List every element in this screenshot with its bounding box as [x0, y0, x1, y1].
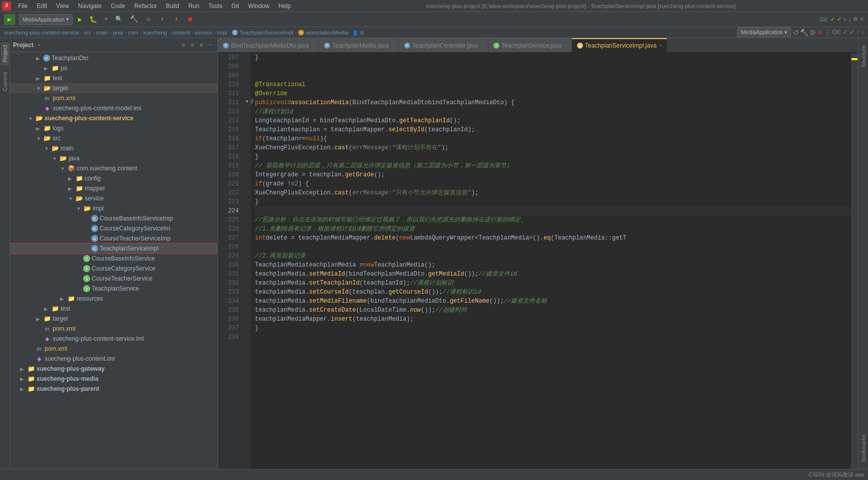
breadcrumb-class[interactable]: C TeachplanServiceImpl [232, 30, 294, 36]
sidebar-tab-bookmarks[interactable]: Bookmarks [859, 431, 867, 465]
more-icon[interactable]: ⋮ [824, 29, 831, 37]
build-icon2[interactable]: 🔨 [800, 29, 808, 37]
tree-item-courseteacher[interactable]: C CourseTeacherServiceImp [10, 233, 217, 244]
breadcrumb-main[interactable]: main [96, 30, 108, 36]
tree-item-pom1[interactable]: m pom.xml [10, 93, 217, 103]
tab-close-impl[interactable]: × [660, 43, 663, 49]
gutter-at-212[interactable]: @ [249, 98, 255, 104]
tree-item-coursecategory[interactable]: C CourseCategoryServiceIm [10, 223, 217, 233]
tree-item-parent[interactable]: ▶ 📁 xuecheng-plus-parent [10, 384, 217, 394]
tree-item-test1[interactable]: ▶ 📁 test [10, 73, 217, 83]
tree-item-coursebaseservice[interactable]: I CourseBaseInfoService [10, 254, 217, 264]
menu-code[interactable]: Code [107, 2, 129, 11]
tree-item-logs[interactable]: ▶ 📁 logs [10, 123, 217, 133]
run-play-button[interactable]: ▶ [75, 14, 86, 25]
tree-item-iml2[interactable]: ◆ xuecheng-plus-content-service.iml [10, 334, 217, 344]
tree-item-test2[interactable]: ▶ 📁 test [10, 304, 217, 314]
error-icon[interactable]: ✕ [817, 29, 823, 37]
breadcrumb-com[interactable]: com [128, 30, 138, 36]
menu-view[interactable]: View [52, 2, 73, 11]
tree-item-resources[interactable]: ▶ 📁 resources [10, 294, 217, 304]
tree-item-target1[interactable]: ▼ 📂 target [10, 83, 217, 93]
tab-close-controller[interactable]: × [481, 43, 484, 48]
tree-item-po[interactable]: ▶ 📁 po [10, 63, 217, 73]
tab-close-bind[interactable]: × [312, 43, 315, 48]
settings-icon[interactable]: ⚙ [809, 29, 816, 37]
tree-item-iml1[interactable]: ◆ xuecheng-plus-content-model.iml [10, 103, 217, 113]
tree-item-mapper[interactable]: ▶ 📁 mapper [10, 183, 217, 193]
sidebar-tab-project[interactable]: Project [1, 42, 9, 65]
git-check2-icon[interactable]: ✓ [837, 16, 841, 23]
tree-item-iml3[interactable]: ◆ xuecheng-plus-content.iml [10, 354, 217, 364]
run-button[interactable]: ▶ [4, 14, 15, 25]
breadcrumb-java[interactable]: java [113, 30, 123, 36]
refresh-icon[interactable]: ↺ [143, 14, 154, 25]
run-config-dropdown[interactable]: MediaApplication ▾ [19, 14, 73, 25]
profile-button[interactable]: 🔍 [114, 14, 125, 25]
panel-dropdown-icon[interactable]: ▾ [38, 42, 41, 48]
tree-item-coursecategoryservice[interactable]: I CourseCategoryService [10, 264, 217, 274]
media-application-dropdown[interactable]: MediaApplication ▾ [737, 27, 791, 38]
menu-refactor[interactable]: Refactor [130, 2, 161, 11]
menu-tools[interactable]: Tools [204, 2, 226, 11]
breadcrumb-service2[interactable]: service [195, 30, 212, 36]
sync-icon[interactable]: ↺ [793, 29, 799, 37]
breadcrumb-impl[interactable]: impl [217, 30, 227, 36]
tree-item-java[interactable]: ▼ 📂 java [10, 153, 217, 163]
tree-item-impl[interactable]: ▼ 📂 impl [10, 203, 217, 213]
filter-icon[interactable]: ⚙ [197, 41, 205, 49]
breadcrumb-xuecheng[interactable]: xuecheng [143, 30, 167, 36]
tab-teachplanmedia[interactable]: C TeachplanMedia.java × [319, 38, 399, 52]
tab-close-media[interactable]: × [392, 43, 395, 48]
git-icon2[interactable]: Git: ✓ ✓ ↑ ↓ [832, 29, 864, 37]
tree-item-gateway[interactable]: ▶ 📁 xuecheng-plus-gateway [10, 364, 217, 374]
download-icon[interactable]: ⬇ [171, 14, 182, 25]
tree-item-teachplanserviceimpl[interactable]: C TeachplanServiceImpl [10, 244, 217, 254]
coverage-button[interactable]: ☂ [101, 14, 112, 25]
tree-item-coursebase[interactable]: C CourseBaseInfoServiceImp [10, 213, 217, 223]
tree-item-pom2[interactable]: m pom.xml [10, 324, 217, 334]
git-down-icon[interactable]: ↓ [848, 17, 851, 23]
tree-item-courseteacherservice[interactable]: I CourseTeacherService [10, 274, 217, 284]
locate-icon[interactable]: ⊙ [179, 41, 187, 49]
tree-item-package[interactable]: ▼ 📦 com.xuecheng.content [10, 163, 217, 173]
menu-help[interactable]: Help [274, 2, 295, 11]
tree-item-config[interactable]: ▶ 📁 config [10, 173, 217, 183]
menu-window[interactable]: Window [244, 2, 273, 11]
tab-teachplanservice[interactable]: I TeachplanService.java × [488, 38, 572, 52]
tree-item-service[interactable]: ▼ 📂 service [10, 193, 217, 203]
update-icon[interactable]: ⬆ [157, 14, 168, 25]
hide-icon[interactable]: − [206, 41, 214, 49]
git-up-icon[interactable]: ↑ [843, 17, 846, 23]
menu-git[interactable]: Git [227, 2, 243, 11]
menu-file[interactable]: File [14, 2, 32, 11]
breadcrumb-icons[interactable]: 👤 ⚙ [352, 30, 364, 36]
tree-item-media[interactable]: ▶ 📁 xuecheng-plus-media [10, 374, 217, 384]
code-content[interactable]: } @Transactional @Override public void a… [251, 53, 851, 469]
menu-navigate[interactable]: Navigate [74, 2, 106, 11]
breadcrumb-service[interactable]: xuecheng-plus-content-service [4, 30, 79, 36]
menu-edit[interactable]: Edit [33, 2, 51, 11]
tree-item-pom3[interactable]: m pom.xml [10, 344, 217, 354]
breadcrumb-method[interactable]: m associationMedia [298, 30, 348, 36]
tree-item-main[interactable]: ▼ 📂 main [10, 143, 217, 153]
sidebar-tab-commit[interactable]: Commit [1, 69, 9, 94]
collapse-icon[interactable]: ≡ [188, 41, 196, 49]
git-check1-icon[interactable]: ✓ [830, 16, 835, 23]
sidebar-tab-structure[interactable]: Structure [859, 42, 867, 71]
tree-item-teachplandto[interactable]: ▶ C TeachplanDto [10, 53, 217, 63]
tab-teachplancontroller[interactable]: C TeachplanController.java × [399, 38, 488, 52]
tab-close-service[interactable]: × [564, 43, 567, 48]
breadcrumb-content[interactable]: content [172, 30, 190, 36]
tab-bindteachplanmediadto[interactable]: C BindTeachplanMediaDto.java × [218, 38, 319, 52]
tree-item-src[interactable]: ▼ 📂 src [10, 133, 217, 143]
breadcrumb-src[interactable]: src [84, 30, 91, 36]
tab-teachplanserviceimpl[interactable]: C TeachplanServiceImpl.java × [572, 38, 667, 52]
debug-button[interactable]: 🐛 [88, 14, 99, 25]
tree-item-content-service[interactable]: ▼ 📂 xuecheng-plus-content-service [10, 113, 217, 123]
stop-icon[interactable]: ⏹ [185, 14, 196, 25]
tree-item-teachplanservice[interactable]: I TeachplanService [10, 284, 217, 294]
menu-run[interactable]: Run [184, 2, 203, 11]
hammer-icon[interactable]: 🔨 [129, 14, 140, 25]
tree-item-target2[interactable]: ▶ 📁 target [10, 314, 217, 324]
